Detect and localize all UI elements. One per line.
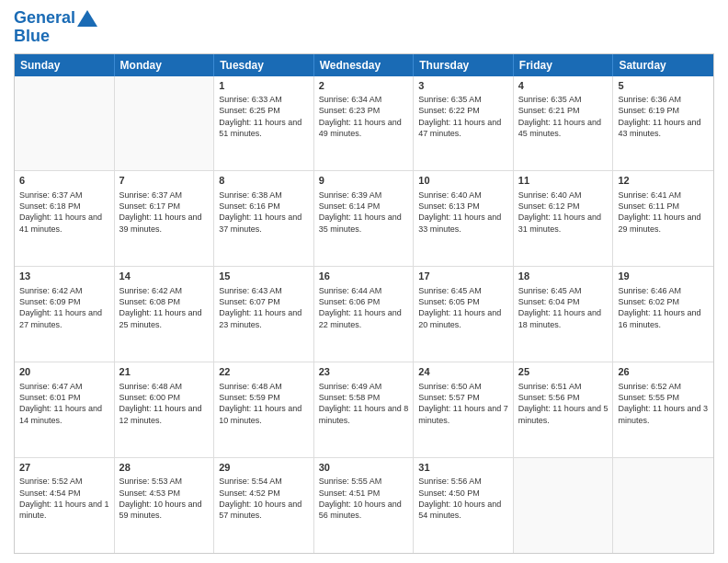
- calendar-cell: 18Sunrise: 6:45 AM Sunset: 6:04 PM Dayli…: [514, 267, 614, 362]
- calendar-cell: 9Sunrise: 6:39 AM Sunset: 6:14 PM Daylig…: [314, 171, 415, 266]
- day-number: 14: [119, 270, 210, 282]
- logo-text-blue: Blue: [14, 28, 97, 46]
- calendar-cell: 28Sunrise: 5:53 AM Sunset: 4:53 PM Dayli…: [115, 458, 215, 553]
- cell-info: Sunrise: 6:51 AM Sunset: 5:56 PM Dayligh…: [518, 382, 610, 425]
- day-number: 12: [618, 174, 709, 187]
- cell-info: Sunrise: 5:56 AM Sunset: 4:50 PM Dayligh…: [418, 477, 504, 520]
- cell-info: Sunrise: 6:52 AM Sunset: 5:55 PM Dayligh…: [618, 382, 710, 425]
- logo-icon: [77, 10, 97, 27]
- calendar-cell: 29Sunrise: 5:54 AM Sunset: 4:52 PM Dayli…: [214, 458, 314, 553]
- cell-info: Sunrise: 6:33 AM Sunset: 6:25 PM Dayligh…: [219, 95, 304, 138]
- cell-info: Sunrise: 5:53 AM Sunset: 4:53 PM Dayligh…: [119, 477, 205, 520]
- calendar-cell: 22Sunrise: 6:48 AM Sunset: 5:59 PM Dayli…: [214, 362, 314, 457]
- header-cell-wednesday: Wednesday: [314, 54, 415, 76]
- day-number: 28: [119, 461, 210, 474]
- calendar-cell: 4Sunrise: 6:35 AM Sunset: 6:21 PM Daylig…: [514, 76, 614, 171]
- day-number: 10: [418, 174, 508, 187]
- header-cell-thursday: Thursday: [414, 54, 514, 76]
- calendar-cell: 24Sunrise: 6:50 AM Sunset: 5:57 PM Dayli…: [414, 362, 514, 457]
- day-number: 9: [319, 174, 409, 187]
- cell-info: Sunrise: 6:50 AM Sunset: 5:57 PM Dayligh…: [418, 382, 510, 425]
- day-number: 3: [418, 79, 508, 92]
- header-cell-tuesday: Tuesday: [214, 54, 314, 76]
- calendar-cell: 25Sunrise: 6:51 AM Sunset: 5:56 PM Dayli…: [514, 362, 614, 457]
- logo: General Blue: [14, 9, 97, 46]
- header-cell-friday: Friday: [514, 54, 614, 76]
- svg-marker-0: [77, 10, 97, 27]
- cell-info: Sunrise: 6:45 AM Sunset: 6:04 PM Dayligh…: [518, 286, 604, 329]
- calendar-cell: [514, 458, 614, 553]
- cell-info: Sunrise: 6:37 AM Sunset: 6:17 PM Dayligh…: [119, 190, 205, 234]
- header-cell-saturday: Saturday: [613, 54, 713, 76]
- day-number: 31: [418, 461, 508, 474]
- calendar-cell: 26Sunrise: 6:52 AM Sunset: 5:55 PM Dayli…: [613, 362, 713, 457]
- calendar-cell: 23Sunrise: 6:49 AM Sunset: 5:58 PM Dayli…: [314, 362, 415, 457]
- cell-info: Sunrise: 6:36 AM Sunset: 6:19 PM Dayligh…: [618, 95, 703, 138]
- calendar-cell: [613, 458, 713, 553]
- day-number: 30: [319, 461, 409, 474]
- day-number: 17: [418, 270, 508, 282]
- cell-info: Sunrise: 6:42 AM Sunset: 6:08 PM Dayligh…: [119, 286, 205, 329]
- cell-info: Sunrise: 5:54 AM Sunset: 4:52 PM Dayligh…: [219, 477, 304, 520]
- day-number: 27: [19, 461, 109, 474]
- cell-info: Sunrise: 5:55 AM Sunset: 4:51 PM Dayligh…: [319, 477, 404, 520]
- calendar-page: General Blue SundayMondayTuesdayWednesda…: [0, 0, 728, 563]
- cell-info: Sunrise: 6:47 AM Sunset: 6:01 PM Dayligh…: [19, 382, 105, 425]
- calendar-row-1: 6Sunrise: 6:37 AM Sunset: 6:18 PM Daylig…: [15, 170, 713, 266]
- cell-info: Sunrise: 6:49 AM Sunset: 5:58 PM Dayligh…: [319, 382, 411, 425]
- calendar-cell: 7Sunrise: 6:37 AM Sunset: 6:17 PM Daylig…: [115, 171, 215, 266]
- calendar-cell: 11Sunrise: 6:40 AM Sunset: 6:12 PM Dayli…: [514, 171, 614, 266]
- cell-info: Sunrise: 6:40 AM Sunset: 6:13 PM Dayligh…: [418, 190, 504, 234]
- day-number: 20: [19, 365, 109, 378]
- cell-info: Sunrise: 5:52 AM Sunset: 4:54 PM Dayligh…: [19, 477, 111, 520]
- calendar-cell: 27Sunrise: 5:52 AM Sunset: 4:54 PM Dayli…: [15, 458, 115, 553]
- cell-info: Sunrise: 6:48 AM Sunset: 5:59 PM Dayligh…: [219, 382, 304, 425]
- day-number: 18: [518, 270, 609, 282]
- cell-info: Sunrise: 6:45 AM Sunset: 6:05 PM Dayligh…: [418, 286, 504, 329]
- calendar-row-4: 27Sunrise: 5:52 AM Sunset: 4:54 PM Dayli…: [15, 457, 713, 553]
- cell-info: Sunrise: 6:42 AM Sunset: 6:09 PM Dayligh…: [19, 286, 105, 329]
- calendar-cell: 3Sunrise: 6:35 AM Sunset: 6:22 PM Daylig…: [414, 76, 514, 171]
- calendar-cell: 30Sunrise: 5:55 AM Sunset: 4:51 PM Dayli…: [314, 458, 415, 553]
- day-number: 4: [518, 79, 609, 92]
- cell-info: Sunrise: 6:35 AM Sunset: 6:21 PM Dayligh…: [518, 95, 604, 138]
- day-number: 29: [219, 461, 309, 474]
- calendar-cell: 12Sunrise: 6:41 AM Sunset: 6:11 PM Dayli…: [613, 171, 713, 266]
- header: General Blue: [14, 9, 714, 46]
- day-number: 25: [518, 365, 609, 378]
- cell-info: Sunrise: 6:40 AM Sunset: 6:12 PM Dayligh…: [518, 190, 604, 234]
- cell-info: Sunrise: 6:34 AM Sunset: 6:23 PM Dayligh…: [319, 95, 404, 138]
- calendar-cell: 19Sunrise: 6:46 AM Sunset: 6:02 PM Dayli…: [613, 267, 713, 362]
- day-number: 6: [19, 174, 109, 187]
- calendar-cell: 31Sunrise: 5:56 AM Sunset: 4:50 PM Dayli…: [414, 458, 514, 553]
- day-number: 22: [219, 365, 309, 378]
- calendar-cell: 16Sunrise: 6:44 AM Sunset: 6:06 PM Dayli…: [314, 267, 415, 362]
- header-cell-sunday: Sunday: [15, 54, 115, 76]
- day-number: 5: [618, 79, 709, 92]
- cell-info: Sunrise: 6:48 AM Sunset: 6:00 PM Dayligh…: [119, 382, 205, 425]
- cell-info: Sunrise: 6:38 AM Sunset: 6:16 PM Dayligh…: [219, 190, 304, 234]
- day-number: 16: [319, 270, 409, 282]
- day-number: 8: [219, 174, 309, 187]
- cell-info: Sunrise: 6:44 AM Sunset: 6:06 PM Dayligh…: [319, 286, 404, 329]
- header-cell-monday: Monday: [115, 54, 215, 76]
- calendar-cell: 5Sunrise: 6:36 AM Sunset: 6:19 PM Daylig…: [613, 76, 713, 171]
- calendar-header: SundayMondayTuesdayWednesdayThursdayFrid…: [15, 54, 713, 76]
- calendar-body: 1Sunrise: 6:33 AM Sunset: 6:25 PM Daylig…: [15, 76, 713, 553]
- day-number: 2: [319, 79, 409, 92]
- calendar-cell: 14Sunrise: 6:42 AM Sunset: 6:08 PM Dayli…: [115, 267, 215, 362]
- logo-text-general: General: [14, 9, 75, 28]
- calendar-cell: 6Sunrise: 6:37 AM Sunset: 6:18 PM Daylig…: [15, 171, 115, 266]
- cell-info: Sunrise: 6:46 AM Sunset: 6:02 PM Dayligh…: [618, 286, 703, 329]
- day-number: 23: [319, 365, 409, 378]
- day-number: 11: [518, 174, 609, 187]
- calendar-cell: 10Sunrise: 6:40 AM Sunset: 6:13 PM Dayli…: [414, 171, 514, 266]
- calendar-cell: 21Sunrise: 6:48 AM Sunset: 6:00 PM Dayli…: [115, 362, 215, 457]
- day-number: 13: [19, 270, 109, 282]
- cell-info: Sunrise: 6:43 AM Sunset: 6:07 PM Dayligh…: [219, 286, 304, 329]
- calendar-row-3: 20Sunrise: 6:47 AM Sunset: 6:01 PM Dayli…: [15, 362, 713, 457]
- calendar-row-0: 1Sunrise: 6:33 AM Sunset: 6:25 PM Daylig…: [15, 76, 713, 171]
- calendar-cell: 8Sunrise: 6:38 AM Sunset: 6:16 PM Daylig…: [214, 171, 314, 266]
- cell-info: Sunrise: 6:37 AM Sunset: 6:18 PM Dayligh…: [19, 190, 105, 234]
- calendar-cell: [15, 76, 115, 171]
